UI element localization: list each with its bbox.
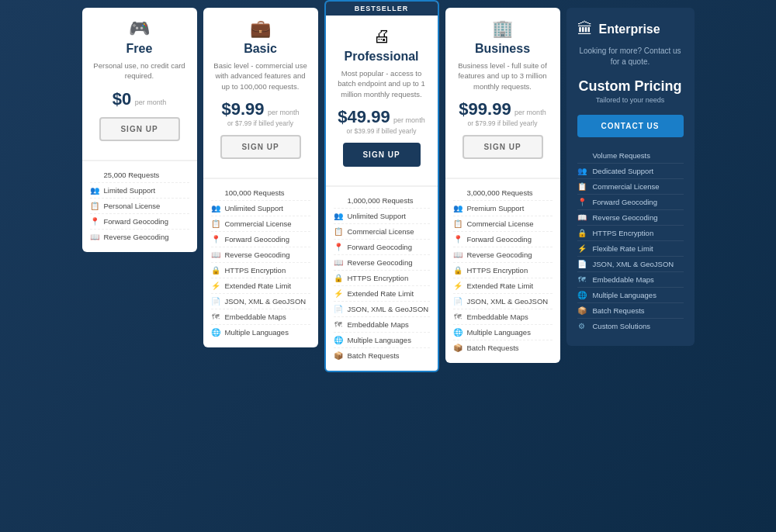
enterprise-feature-text: Dedicated Support <box>593 167 654 175</box>
feature-icon: 📖 <box>90 233 99 241</box>
feature-text: Reverse Geocoding <box>348 258 413 267</box>
plan-card-free: 🎮 Free Personal use, no credit card requ… <box>82 8 197 252</box>
feature-icon: ⚡ <box>453 282 462 290</box>
feature-text: Premium Support <box>467 204 525 212</box>
plan-header-basic: 💼 Basic Basic level - commercial use wit… <box>203 8 318 178</box>
feature-text: Unlimited Support <box>225 204 284 212</box>
feature-item: 25,000 Requests <box>90 168 189 183</box>
plan-amount-professional: $49.99 <box>338 107 390 126</box>
feature-icon: 🗺 <box>453 313 462 321</box>
enterprise-feature-item: 📍 Forward Geocoding <box>577 195 684 210</box>
enterprise-feature-item: 📋 Commercial License <box>577 179 684 195</box>
feature-icon: 📋 <box>90 202 99 210</box>
features-list-free: 25,000 Requests 👥 Limited Support 📋 Pers… <box>82 161 197 252</box>
enterprise-feature-text: HTTPS Encryption <box>593 229 654 237</box>
feature-text: Limited Support <box>104 186 156 195</box>
feature-text: Reverse Geocoding <box>104 233 169 241</box>
feature-text: Embeddable Maps <box>348 320 409 329</box>
enterprise-feature-icon: 📖 <box>577 213 587 222</box>
enterprise-header: 🏛 Enterprise <box>577 20 684 38</box>
feature-text: JSON, XML & GeoJSON <box>225 297 307 306</box>
feature-icon: 👥 <box>334 212 343 220</box>
plan-header-professional: 🖨 Professional Most popular - access to … <box>326 16 438 186</box>
feature-text: JSON, XML & GeoJSON <box>348 305 429 313</box>
plan-icon-basic: 💼 <box>213 19 309 39</box>
feature-icon: 📖 <box>453 250 462 259</box>
feature-text: Commercial License <box>225 219 292 228</box>
feature-text: Forward Geocoding <box>467 235 532 244</box>
feature-icon: 📍 <box>211 235 220 244</box>
feature-icon: 📦 <box>453 344 462 352</box>
plan-card-basic: 💼 Basic Basic level - commercial use wit… <box>203 8 318 347</box>
enterprise-feature-item: 🗺 Embeddable Maps <box>577 272 684 288</box>
feature-item: 👥 Limited Support <box>90 183 189 199</box>
feature-text: Batch Requests <box>348 351 400 360</box>
features-list-basic: 100,000 Requests 👥 Unlimited Support 📋 C… <box>203 178 318 347</box>
feature-icon: 📄 <box>211 297 220 306</box>
plan-header-free: 🎮 Free Personal use, no credit card requ… <box>82 8 197 161</box>
feature-text: Extended Rate Limit <box>225 282 292 290</box>
feature-text: HTTPS Encryption <box>348 274 409 282</box>
feature-item: 📄 JSON, XML & GeoJSON <box>334 302 430 317</box>
enterprise-feature-text: Batch Requests <box>593 306 645 315</box>
main-content: 🎮 Free Personal use, no credit card requ… <box>0 0 776 372</box>
enterprise-feature-item: 🔒 HTTPS Encryption <box>577 226 684 241</box>
signup-button-free[interactable]: SIGN UP <box>99 117 180 141</box>
enterprise-features-list: Volume Requests 👥 Dedicated Support 📋 Co… <box>577 148 684 333</box>
feature-icon: 🌐 <box>211 328 220 337</box>
plan-header-business: 🏢 Business Business level - full suite o… <box>445 8 560 178</box>
plan-yearly-professional: or $39.99 if billed yearly <box>335 127 428 135</box>
feature-text: Multiple Languages <box>467 328 531 337</box>
enterprise-feature-item: 📖 Reverse Geocoding <box>577 210 684 226</box>
feature-icon: 🔒 <box>334 274 343 282</box>
feature-icon: 📄 <box>453 297 462 306</box>
feature-text: HTTPS Encryption <box>467 266 528 275</box>
feature-text: Commercial License <box>467 219 534 228</box>
plan-period-professional: per month <box>393 116 425 124</box>
enterprise-feature-text: JSON, XML & GeoJSON <box>593 260 674 268</box>
feature-item: 👥 Unlimited Support <box>211 201 310 216</box>
signup-button-business[interactable]: SIGN UP <box>462 135 543 159</box>
feature-text: Commercial License <box>348 227 414 236</box>
feature-item: 📋 Commercial License <box>211 216 310 232</box>
enterprise-feature-icon: 📍 <box>577 198 587 206</box>
plan-period-basic: per month <box>268 109 300 116</box>
plan-name-business: Business <box>455 42 551 56</box>
feature-item: 📍 Forward Geocoding <box>90 214 189 230</box>
feature-icon: 📍 <box>90 217 99 226</box>
feature-icon: 📄 <box>334 305 343 313</box>
feature-text: 100,000 Requests <box>225 188 285 197</box>
enterprise-feature-item: 👥 Dedicated Support <box>577 164 684 179</box>
feature-icon: 📋 <box>453 219 462 228</box>
plan-yearly-basic: or $7.99 if billed yearly <box>213 119 309 127</box>
plan-period-free: per month <box>135 98 167 106</box>
feature-item: 📋 Commercial License <box>453 216 553 232</box>
feature-item: 📦 Batch Requests <box>453 340 553 355</box>
enterprise-feature-text: Reverse Geocoding <box>593 213 658 222</box>
plan-desc-basic: Basic level - commercial use with advanc… <box>213 60 309 92</box>
plan-price-business: $99.99 per month or $79.99 if billed yea… <box>455 99 551 127</box>
feature-text: HTTPS Encryption <box>225 266 286 275</box>
feature-item: 📍 Forward Geocoding <box>334 240 430 255</box>
feature-icon: 📖 <box>334 258 343 267</box>
plan-desc-business: Business level - full suite of features … <box>455 60 551 92</box>
plan-price-free: $0 per month <box>92 89 188 109</box>
signup-button-basic[interactable]: SIGN UP <box>220 135 301 159</box>
plan-price-professional: $49.99 per month or $39.99 if billed yea… <box>335 107 428 135</box>
plan-card-enterprise: 🏛 Enterprise Looking for more? Contact u… <box>566 8 695 346</box>
feature-item: 🗺 Embeddable Maps <box>453 309 553 325</box>
bestseller-badge: BESTSELLER <box>326 2 438 16</box>
signup-button-professional[interactable]: SIGN UP <box>343 143 421 167</box>
feature-item: 🔒 HTTPS Encryption <box>453 263 553 278</box>
plan-card-professional: BESTSELLER 🖨 Professional Most popular -… <box>324 0 439 372</box>
enterprise-feature-icon: 📦 <box>577 306 587 315</box>
plan-price-basic: $9.99 per month or $7.99 if billed yearl… <box>213 99 309 127</box>
enterprise-feature-icon: 🌐 <box>577 291 587 299</box>
feature-icon: 📦 <box>334 351 343 360</box>
enterprise-feature-text: Embeddable Maps <box>593 275 654 284</box>
feature-text: Extended Rate Limit <box>348 289 414 298</box>
contact-button[interactable]: CONTACT US <box>577 115 684 137</box>
feature-item: 📍 Forward Geocoding <box>453 232 553 247</box>
enterprise-feature-icon: 📄 <box>577 260 587 268</box>
feature-item: 📍 Forward Geocoding <box>211 232 310 247</box>
